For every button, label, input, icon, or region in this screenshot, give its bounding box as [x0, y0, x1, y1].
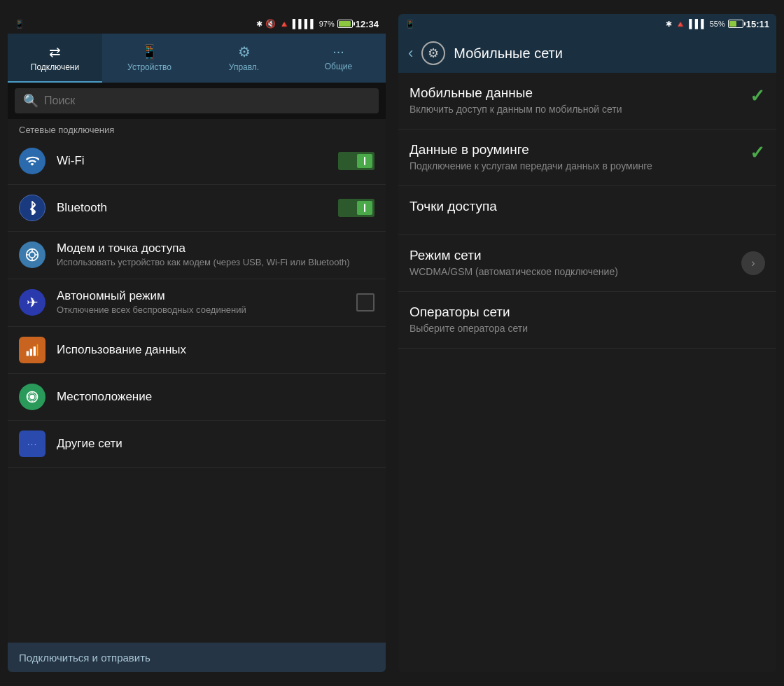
bluetooth-icon-right: ✱	[666, 20, 672, 29]
svg-rect-4	[34, 346, 36, 356]
tab-connections-label: Подключени	[31, 62, 79, 72]
operators-title: Операторы сети	[410, 304, 765, 320]
time-left: 12:34	[356, 19, 379, 29]
mute-icon: 🔇	[265, 19, 276, 29]
nav-tabs: ⇄ Подключени 📱 Устройство ⚙ Управл. ··· …	[8, 34, 386, 83]
status-right-right: ✱ 🔺 ▌▌▌ 55% 15:11	[666, 19, 769, 29]
battery-icon-left	[337, 20, 353, 28]
location-title: Местоположение	[57, 390, 374, 404]
page-title-right: Мобильные сети	[454, 46, 563, 62]
other-nets-title: Другие сети	[57, 437, 374, 451]
data-usage-icon	[19, 337, 46, 363]
access-points-text: Точки доступа	[410, 199, 765, 216]
tether-subtitle: Использовать устройство как модем (через…	[57, 257, 374, 269]
mobile-data-check: ✓	[750, 85, 765, 107]
bottom-bar[interactable]: Подключиться и отправить	[8, 643, 386, 672]
battery-percent-right: 55%	[710, 20, 725, 28]
back-button[interactable]: ‹	[408, 44, 413, 62]
tab-connections[interactable]: ⇄ Подключени	[8, 34, 102, 83]
mobile-data-title: Мобильные данные	[410, 85, 741, 101]
tab-manage-label: Управл.	[229, 62, 259, 72]
signal-icon: ▌▌▌▌	[293, 19, 316, 29]
location-item[interactable]: Местоположение	[8, 374, 386, 421]
tab-device-label: Устройство	[127, 62, 172, 72]
top-bar-right: ‹ ⚙ Мобильные сети	[398, 34, 776, 73]
svg-rect-3	[30, 349, 32, 356]
signal-icon-right: ▌▌▌	[689, 19, 707, 29]
mobile-data-sub: Включить доступ к данным по мобильной се…	[410, 103, 741, 116]
search-input[interactable]	[44, 94, 370, 107]
bluetooth-title: Bluetooth	[57, 201, 338, 215]
phone-icon-right: 📱	[405, 20, 415, 29]
svg-rect-5	[37, 344, 38, 356]
status-right: ✱ 🔇 🔺 ▌▌▌▌ 97% 12:34	[256, 19, 379, 29]
status-bar-left: 📱 ✱ 🔇 🔺 ▌▌▌▌ 97% 12:34	[8, 14, 386, 34]
mobile-data-text: Мобильные данные Включить доступ к данны…	[410, 85, 741, 116]
network-mode-sub: WCDMA/GSM (автоматическое подключение)	[410, 265, 733, 279]
network-mode-text: Режим сети WCDMA/GSM (автоматическое под…	[410, 248, 733, 279]
gear-icon-right: ⚙	[421, 41, 445, 65]
svg-point-1	[29, 252, 35, 258]
location-icon	[19, 384, 46, 410]
wifi-icon	[19, 148, 46, 174]
wifi-title: Wi-Fi	[57, 154, 338, 168]
network-mode-title: Режим сети	[410, 248, 733, 263]
time-right: 15:11	[746, 19, 769, 29]
airplane-item[interactable]: ✈ Автономный режим Отключение всех беспр…	[8, 279, 386, 327]
roaming-text: Данные в роуминге Подключение к услугам …	[410, 142, 741, 173]
wifi-toggle[interactable]	[338, 152, 374, 170]
network-mode-chevron[interactable]: ›	[741, 251, 765, 275]
data-usage-text: Использование данных	[57, 343, 374, 357]
left-phone: 📱 ✱ 🔇 🔺 ▌▌▌▌ 97% 12:34 ⇄ Подключени 📱	[8, 14, 386, 672]
gear-icon-symbol: ⚙	[428, 46, 439, 61]
wifi-text: Wi-Fi	[57, 154, 338, 168]
data-usage-item[interactable]: Использование данных	[8, 327, 386, 374]
status-left-right: 📱	[405, 20, 415, 29]
mobile-networks-list: Мобильные данные Включить доступ к данны…	[398, 73, 776, 672]
network-mode-item[interactable]: Режим сети WCDMA/GSM (автоматическое под…	[398, 235, 776, 292]
bottom-bar-label: Подключиться и отправить	[19, 652, 150, 664]
tab-general[interactable]: ··· Общие	[291, 34, 386, 83]
section-network-label: Сетевые подключения	[8, 119, 386, 138]
airplane-checkbox[interactable]	[356, 293, 374, 312]
roaming-item[interactable]: Данные в роуминге Подключение к услугам …	[398, 130, 776, 186]
other-nets-text: Другие сети	[57, 437, 374, 451]
battery-icon-right	[728, 20, 743, 28]
bluetooth-status-icon: ✱	[256, 20, 262, 29]
tether-icon	[19, 241, 46, 268]
status-left: 📱	[15, 20, 24, 29]
location-text: Местоположение	[57, 390, 374, 404]
tab-device[interactable]: 📱 Устройство	[102, 34, 197, 83]
svg-point-6	[30, 394, 35, 399]
bluetooth-icon	[19, 195, 46, 221]
tether-item[interactable]: Модем и точка доступа Использовать устро…	[8, 232, 386, 279]
bluetooth-item[interactable]: Bluetooth	[8, 185, 386, 232]
airplane-text: Автономный режим Отключение всех беспров…	[57, 289, 356, 316]
general-icon: ···	[332, 43, 344, 59]
other-nets-icon: ···	[19, 430, 46, 457]
battery-percent-left: 97%	[319, 20, 335, 28]
mobile-data-item[interactable]: Мобильные данные Включить доступ к данны…	[398, 73, 776, 130]
wifi-item[interactable]: Wi-Fi	[8, 138, 386, 185]
status-bar-right: 📱 ✱ 🔺 ▌▌▌ 55% 15:11	[398, 14, 776, 34]
roaming-title: Данные в роуминге	[410, 142, 741, 158]
other-nets-item[interactable]: ··· Другие сети	[8, 421, 386, 468]
bluetooth-text: Bluetooth	[57, 201, 338, 215]
access-points-title: Точки доступа	[410, 199, 765, 214]
right-phone: 📱 ✱ 🔺 ▌▌▌ 55% 15:11 ‹ ⚙ Мобильные сети	[398, 14, 776, 672]
operators-item[interactable]: Операторы сети Выберите оператора сети	[398, 292, 776, 349]
search-input-wrap[interactable]: 🔍	[15, 88, 379, 113]
connections-icon: ⇄	[49, 43, 61, 60]
bluetooth-toggle[interactable]	[338, 199, 374, 217]
svg-rect-2	[27, 351, 29, 356]
airplane-title: Автономный режим	[57, 289, 356, 303]
phone-icon: 📱	[15, 20, 24, 29]
access-points-item[interactable]: Точки доступа	[398, 186, 776, 235]
roaming-sub: Подключение к услугам передачи данных в …	[410, 160, 741, 173]
bluetooth-toggle-knob	[357, 201, 372, 215]
tab-manage[interactable]: ⚙ Управл.	[197, 34, 291, 83]
wifi-toggle-knob	[357, 154, 372, 168]
operators-text: Операторы сети Выберите оператора сети	[410, 304, 765, 335]
tether-text: Модем и точка доступа Использовать устро…	[57, 241, 374, 269]
manage-icon: ⚙	[238, 43, 251, 60]
